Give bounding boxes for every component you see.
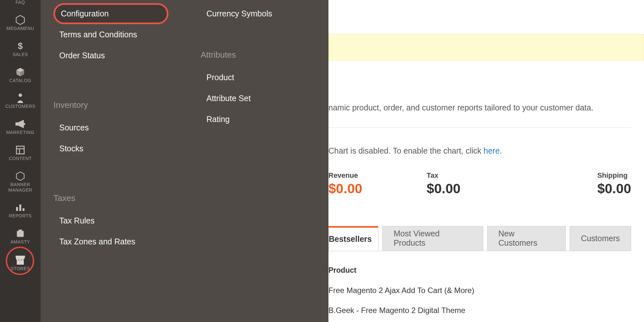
nav-label: MARKETING bbox=[6, 130, 34, 135]
menu-link-sources[interactable]: Sources bbox=[53, 117, 168, 138]
nav-item-reports[interactable]: REPORTS bbox=[0, 197, 41, 223]
stat-label: Shipping bbox=[597, 171, 631, 180]
stat-value: $0.00 bbox=[328, 181, 362, 196]
svg-rect-5 bbox=[16, 146, 24, 154]
nav-label: AMASTY bbox=[11, 239, 30, 245]
nav-item-marketing[interactable]: MARKETING bbox=[0, 114, 41, 140]
menu-link-tax-zones-rates[interactable]: Tax Zones and Rates bbox=[53, 231, 168, 252]
store-icon bbox=[15, 254, 26, 266]
tab-customers[interactable]: Customers bbox=[570, 226, 631, 251]
nav-item-customers[interactable]: CUSTOMERS bbox=[0, 88, 41, 114]
svg-rect-11 bbox=[23, 208, 24, 211]
nav-label: FAQ bbox=[15, 0, 25, 5]
svg-rect-10 bbox=[19, 204, 21, 211]
table-header-product: Product bbox=[328, 266, 356, 275]
nav-item-megamenu[interactable]: MEGAMENU bbox=[0, 10, 41, 36]
svg-marker-8 bbox=[16, 172, 24, 180]
dollar-icon: $ bbox=[15, 40, 25, 52]
dashboard-tabs: Bestsellers Most Viewed Products New Cus… bbox=[328, 226, 631, 251]
tab-most-viewed-products[interactable]: Most Viewed Products bbox=[382, 226, 483, 251]
stat-value: $0.00 bbox=[597, 181, 631, 196]
nav-label: MEGAMENU bbox=[6, 26, 34, 31]
stat-shipping: Shipping $0.00 bbox=[597, 171, 631, 196]
layout-icon bbox=[15, 144, 25, 156]
amasty-icon bbox=[15, 228, 25, 239]
person-icon bbox=[16, 92, 24, 104]
menu-link-order-status[interactable]: Order Status bbox=[53, 45, 168, 66]
divider bbox=[328, 128, 631, 128]
menu-link-currency-symbols[interactable]: Currency Symbols bbox=[201, 3, 316, 24]
box-icon bbox=[15, 66, 25, 78]
menu-link-stocks[interactable]: Stocks bbox=[53, 138, 168, 159]
svg-rect-4 bbox=[24, 123, 25, 125]
svg-rect-9 bbox=[16, 207, 18, 211]
menu-link-attribute-set[interactable]: Attribute Set bbox=[201, 88, 316, 109]
admin-nav-rail: FAQ MEGAMENU $ SALES CATALOG CUSTOMERS M… bbox=[0, 0, 41, 322]
stat-label: Tax bbox=[427, 171, 460, 180]
menu-link-rating[interactable]: Rating bbox=[201, 109, 316, 130]
flyout-column-right: Currency Symbols Attributes Product Attr… bbox=[201, 3, 316, 309]
nav-label: CONTENT bbox=[9, 156, 32, 161]
nav-label: CATALOG bbox=[9, 78, 31, 83]
svg-point-2 bbox=[19, 94, 22, 97]
stat-revenue: Revenue $0.00 bbox=[328, 171, 362, 196]
nav-label: SALES bbox=[13, 52, 28, 57]
svg-rect-13 bbox=[19, 230, 22, 231]
nav-label: REPORTS bbox=[9, 213, 32, 219]
svg-marker-0 bbox=[16, 15, 24, 24]
stat-label: Revenue bbox=[328, 171, 362, 180]
megaphone-icon bbox=[15, 118, 26, 130]
bar-chart-icon bbox=[15, 202, 25, 213]
main-content: namic product, order, and customer repor… bbox=[328, 0, 644, 322]
svg-rect-14 bbox=[17, 260, 24, 265]
stat-value: $0.00 bbox=[427, 181, 460, 196]
chart-msg-prefix: Chart is disabled. To enable the chart, … bbox=[328, 146, 484, 155]
table-row[interactable]: Free Magento 2 Ajax Add To Cart (& More) bbox=[328, 286, 474, 295]
svg-rect-12 bbox=[17, 231, 24, 237]
menu-link-product[interactable]: Product bbox=[201, 67, 316, 88]
chart-disabled-message: Chart is disabled. To enable the chart, … bbox=[328, 146, 502, 156]
notice-banner bbox=[328, 34, 644, 61]
menu-link-tax-rules[interactable]: Tax Rules bbox=[53, 210, 168, 231]
nav-item-stores[interactable]: STORES bbox=[0, 250, 41, 276]
nav-item-catalog[interactable]: CATALOG bbox=[0, 62, 41, 88]
bi-promo-text: namic product, order, and customer repor… bbox=[328, 103, 593, 112]
nav-label: STORES bbox=[11, 266, 30, 271]
tab-new-customers[interactable]: New Customers bbox=[487, 226, 566, 251]
chart-msg-suffix: . bbox=[500, 146, 502, 155]
stores-flyout: Configuration Terms and Conditions Order… bbox=[41, 0, 328, 322]
svg-text:$: $ bbox=[18, 41, 23, 51]
svg-marker-3 bbox=[15, 120, 24, 128]
section-head-taxes: Taxes bbox=[53, 193, 168, 203]
nav-label: BANNER MANAGER bbox=[8, 182, 32, 193]
nav-item-banner-manager[interactable]: BANNER MANAGER bbox=[0, 166, 41, 197]
nav-item-amasty[interactable]: AMASTY bbox=[0, 223, 41, 249]
nav-item-content[interactable]: CONTENT bbox=[0, 140, 41, 166]
menu-link-configuration[interactable]: Configuration bbox=[53, 3, 168, 24]
tab-bestsellers[interactable]: Bestsellers bbox=[328, 226, 378, 251]
flyout-column-left: Configuration Terms and Conditions Order… bbox=[53, 3, 168, 309]
nav-item-faq[interactable]: FAQ bbox=[0, 0, 41, 10]
stat-tax: Tax $0.00 bbox=[427, 171, 460, 196]
nav-label: CUSTOMERS bbox=[5, 104, 35, 109]
stats-row: Revenue $0.00 Tax $0.00 Shipping $0.00 bbox=[328, 171, 631, 196]
enable-chart-link[interactable]: here bbox=[484, 146, 500, 155]
menu-link-terms-and-conditions[interactable]: Terms and Conditions bbox=[53, 24, 168, 45]
nav-item-sales[interactable]: $ SALES bbox=[0, 36, 41, 62]
section-head-inventory: Inventory bbox=[53, 100, 168, 110]
hexagon-icon bbox=[15, 170, 25, 182]
hexagon-icon bbox=[15, 14, 26, 26]
section-head-attributes: Attributes bbox=[201, 50, 316, 60]
table-row[interactable]: B.Geek - Free Magento 2 Digital Theme bbox=[328, 306, 465, 315]
